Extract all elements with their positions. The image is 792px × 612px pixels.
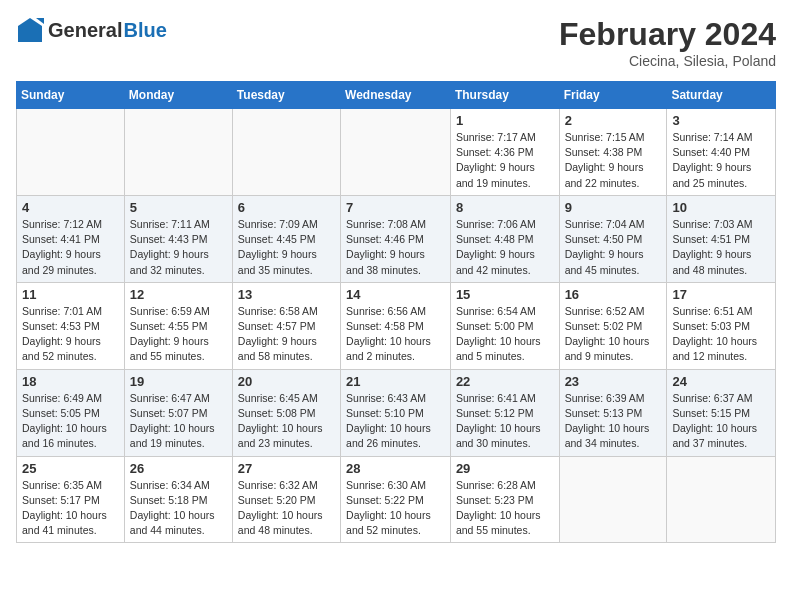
day-number: 23 (565, 374, 662, 389)
table-row: 12Sunrise: 6:59 AM Sunset: 4:55 PM Dayli… (124, 282, 232, 369)
day-info: Sunrise: 7:12 AM Sunset: 4:41 PM Dayligh… (22, 217, 119, 278)
table-row: 4Sunrise: 7:12 AM Sunset: 4:41 PM Daylig… (17, 195, 125, 282)
table-row: 18Sunrise: 6:49 AM Sunset: 5:05 PM Dayli… (17, 369, 125, 456)
table-row: 21Sunrise: 6:43 AM Sunset: 5:10 PM Dayli… (341, 369, 451, 456)
table-row: 2Sunrise: 7:15 AM Sunset: 4:38 PM Daylig… (559, 109, 667, 196)
table-row: 13Sunrise: 6:58 AM Sunset: 4:57 PM Dayli… (232, 282, 340, 369)
day-info: Sunrise: 6:47 AM Sunset: 5:07 PM Dayligh… (130, 391, 227, 452)
day-number: 18 (22, 374, 119, 389)
table-row: 17Sunrise: 6:51 AM Sunset: 5:03 PM Dayli… (667, 282, 776, 369)
table-row: 29Sunrise: 6:28 AM Sunset: 5:23 PM Dayli… (450, 456, 559, 543)
table-row: 6Sunrise: 7:09 AM Sunset: 4:45 PM Daylig… (232, 195, 340, 282)
day-number: 9 (565, 200, 662, 215)
header-thursday: Thursday (450, 82, 559, 109)
day-info: Sunrise: 6:51 AM Sunset: 5:03 PM Dayligh… (672, 304, 770, 365)
day-number: 22 (456, 374, 554, 389)
day-number: 29 (456, 461, 554, 476)
table-row: 23Sunrise: 6:39 AM Sunset: 5:13 PM Dayli… (559, 369, 667, 456)
day-info: Sunrise: 7:03 AM Sunset: 4:51 PM Dayligh… (672, 217, 770, 278)
day-number: 15 (456, 287, 554, 302)
logo-blue-text: Blue (123, 20, 166, 40)
day-info: Sunrise: 7:14 AM Sunset: 4:40 PM Dayligh… (672, 130, 770, 191)
table-row: 9Sunrise: 7:04 AM Sunset: 4:50 PM Daylig… (559, 195, 667, 282)
table-row: 26Sunrise: 6:34 AM Sunset: 5:18 PM Dayli… (124, 456, 232, 543)
table-row: 19Sunrise: 6:47 AM Sunset: 5:07 PM Dayli… (124, 369, 232, 456)
page-header: GeneralBlue February 2024 Ciecina, Siles… (16, 16, 776, 69)
header-saturday: Saturday (667, 82, 776, 109)
day-number: 10 (672, 200, 770, 215)
day-info: Sunrise: 6:49 AM Sunset: 5:05 PM Dayligh… (22, 391, 119, 452)
day-info: Sunrise: 6:45 AM Sunset: 5:08 PM Dayligh… (238, 391, 335, 452)
table-row: 7Sunrise: 7:08 AM Sunset: 4:46 PM Daylig… (341, 195, 451, 282)
day-number: 13 (238, 287, 335, 302)
table-row: 25Sunrise: 6:35 AM Sunset: 5:17 PM Dayli… (17, 456, 125, 543)
day-info: Sunrise: 6:37 AM Sunset: 5:15 PM Dayligh… (672, 391, 770, 452)
logo-general-text: General (48, 20, 122, 40)
day-info: Sunrise: 6:35 AM Sunset: 5:17 PM Dayligh… (22, 478, 119, 539)
day-number: 5 (130, 200, 227, 215)
header-tuesday: Tuesday (232, 82, 340, 109)
header-friday: Friday (559, 82, 667, 109)
location-text: Ciecina, Silesia, Poland (559, 53, 776, 69)
day-number: 17 (672, 287, 770, 302)
table-row: 22Sunrise: 6:41 AM Sunset: 5:12 PM Dayli… (450, 369, 559, 456)
day-number: 4 (22, 200, 119, 215)
table-row: 24Sunrise: 6:37 AM Sunset: 5:15 PM Dayli… (667, 369, 776, 456)
logo: GeneralBlue (16, 16, 167, 44)
day-info: Sunrise: 7:17 AM Sunset: 4:36 PM Dayligh… (456, 130, 554, 191)
calendar-week-row: 11Sunrise: 7:01 AM Sunset: 4:53 PM Dayli… (17, 282, 776, 369)
day-info: Sunrise: 6:30 AM Sunset: 5:22 PM Dayligh… (346, 478, 445, 539)
day-number: 25 (22, 461, 119, 476)
table-row (667, 456, 776, 543)
table-row (232, 109, 340, 196)
title-block: February 2024 Ciecina, Silesia, Poland (559, 16, 776, 69)
table-row: 14Sunrise: 6:56 AM Sunset: 4:58 PM Dayli… (341, 282, 451, 369)
day-info: Sunrise: 7:01 AM Sunset: 4:53 PM Dayligh… (22, 304, 119, 365)
day-info: Sunrise: 7:09 AM Sunset: 4:45 PM Dayligh… (238, 217, 335, 278)
table-row: 1Sunrise: 7:17 AM Sunset: 4:36 PM Daylig… (450, 109, 559, 196)
day-number: 16 (565, 287, 662, 302)
day-number: 21 (346, 374, 445, 389)
calendar-table: Sunday Monday Tuesday Wednesday Thursday… (16, 81, 776, 543)
day-info: Sunrise: 6:59 AM Sunset: 4:55 PM Dayligh… (130, 304, 227, 365)
table-row: 3Sunrise: 7:14 AM Sunset: 4:40 PM Daylig… (667, 109, 776, 196)
day-number: 6 (238, 200, 335, 215)
day-info: Sunrise: 7:11 AM Sunset: 4:43 PM Dayligh… (130, 217, 227, 278)
table-row (17, 109, 125, 196)
calendar-week-row: 25Sunrise: 6:35 AM Sunset: 5:17 PM Dayli… (17, 456, 776, 543)
table-row: 8Sunrise: 7:06 AM Sunset: 4:48 PM Daylig… (450, 195, 559, 282)
day-number: 12 (130, 287, 227, 302)
day-number: 26 (130, 461, 227, 476)
table-row: 20Sunrise: 6:45 AM Sunset: 5:08 PM Dayli… (232, 369, 340, 456)
header-monday: Monday (124, 82, 232, 109)
calendar-week-row: 4Sunrise: 7:12 AM Sunset: 4:41 PM Daylig… (17, 195, 776, 282)
day-info: Sunrise: 7:04 AM Sunset: 4:50 PM Dayligh… (565, 217, 662, 278)
day-info: Sunrise: 6:54 AM Sunset: 5:00 PM Dayligh… (456, 304, 554, 365)
day-number: 27 (238, 461, 335, 476)
day-info: Sunrise: 7:06 AM Sunset: 4:48 PM Dayligh… (456, 217, 554, 278)
table-row: 11Sunrise: 7:01 AM Sunset: 4:53 PM Dayli… (17, 282, 125, 369)
day-info: Sunrise: 6:56 AM Sunset: 4:58 PM Dayligh… (346, 304, 445, 365)
day-number: 14 (346, 287, 445, 302)
table-row (341, 109, 451, 196)
table-row: 15Sunrise: 6:54 AM Sunset: 5:00 PM Dayli… (450, 282, 559, 369)
day-info: Sunrise: 6:43 AM Sunset: 5:10 PM Dayligh… (346, 391, 445, 452)
table-row: 28Sunrise: 6:30 AM Sunset: 5:22 PM Dayli… (341, 456, 451, 543)
table-row: 27Sunrise: 6:32 AM Sunset: 5:20 PM Dayli… (232, 456, 340, 543)
day-info: Sunrise: 6:28 AM Sunset: 5:23 PM Dayligh… (456, 478, 554, 539)
table-row (559, 456, 667, 543)
table-row (124, 109, 232, 196)
day-number: 2 (565, 113, 662, 128)
day-number: 28 (346, 461, 445, 476)
day-info: Sunrise: 7:08 AM Sunset: 4:46 PM Dayligh… (346, 217, 445, 278)
header-sunday: Sunday (17, 82, 125, 109)
day-number: 19 (130, 374, 227, 389)
day-info: Sunrise: 6:34 AM Sunset: 5:18 PM Dayligh… (130, 478, 227, 539)
table-row: 5Sunrise: 7:11 AM Sunset: 4:43 PM Daylig… (124, 195, 232, 282)
day-info: Sunrise: 7:15 AM Sunset: 4:38 PM Dayligh… (565, 130, 662, 191)
day-info: Sunrise: 6:52 AM Sunset: 5:02 PM Dayligh… (565, 304, 662, 365)
day-info: Sunrise: 6:39 AM Sunset: 5:13 PM Dayligh… (565, 391, 662, 452)
day-number: 24 (672, 374, 770, 389)
svg-marker-0 (18, 18, 42, 42)
day-info: Sunrise: 6:41 AM Sunset: 5:12 PM Dayligh… (456, 391, 554, 452)
